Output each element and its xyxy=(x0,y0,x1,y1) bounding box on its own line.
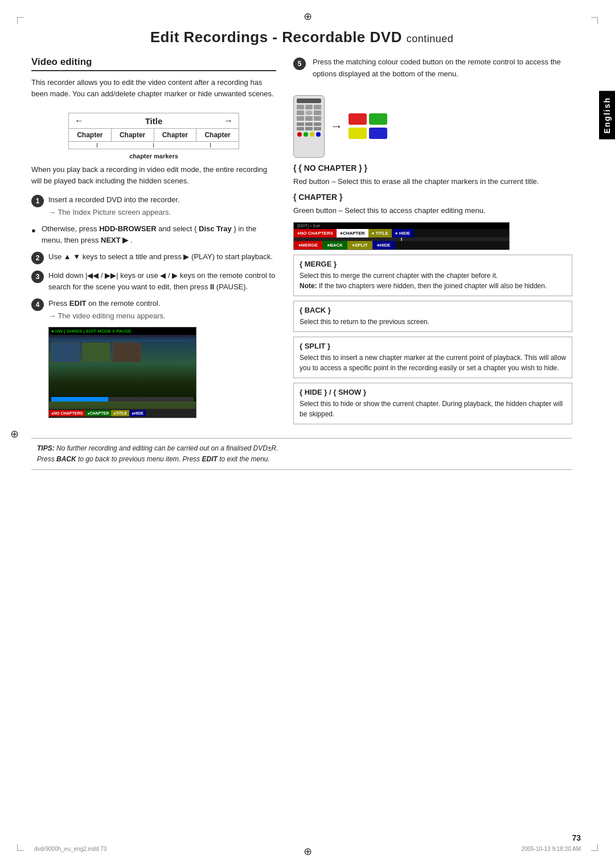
screenshot-top-bar: ● HW | SHREK | EDIT MODE II PAUSE xyxy=(49,327,196,335)
corner-mark-br xyxy=(591,844,598,851)
step-num-3: 3 xyxy=(31,271,44,283)
chapter-tick-3 xyxy=(210,143,211,148)
tips-label: TIPS: xyxy=(37,444,55,452)
screenshot-bottom-bar: ●NO CHAPTERS ●CHAPTER ●TITLE ●HIDE xyxy=(49,409,196,417)
tips-box: TIPS: No further recording and editing c… xyxy=(31,438,572,470)
language-tab: English xyxy=(599,91,615,140)
section-title: Video editing xyxy=(31,56,276,71)
chapter-cell-2: Chapter xyxy=(112,129,154,141)
chapter-desc: Green button – Select this to access cha… xyxy=(293,205,572,216)
cms-nav: ●NO CHAPTERS ●CHAPTER ● TITLE ● HIDE xyxy=(294,229,509,238)
cms-btn-merge: ●MERGE xyxy=(294,241,322,249)
remote-illustration: → xyxy=(293,95,572,158)
screenshot-inner: ● HW | SHREK | EDIT MODE II PAUSE xyxy=(49,327,196,417)
title-arrow-right: → xyxy=(224,116,233,126)
step-num-2: 2 xyxy=(31,252,44,264)
remote-control-image xyxy=(293,95,325,158)
step-bullet-content: Otherwise, press HDD-BROWSER and select … xyxy=(42,223,276,245)
playback-text: When you play back a recording in video … xyxy=(31,164,276,186)
no-chapter-desc: Red button – Select this to erase all th… xyxy=(293,176,572,187)
back-text: Select this to return to the previous sc… xyxy=(300,317,566,327)
step-4-content: Press EDIT on the remote control. → The … xyxy=(48,298,166,321)
yellow-button-display xyxy=(348,128,367,139)
cms-btn-hide: ●HIDE xyxy=(372,241,395,249)
cms-nav-hide: ● HIDE xyxy=(392,229,413,238)
corner-mark-bl xyxy=(17,844,24,851)
split-text: Select this to insert a new chapter mark… xyxy=(300,353,566,373)
footer-date: 2005-10-13 9:18:20 AM xyxy=(521,846,581,852)
cms-btn-back: ●BACK xyxy=(322,241,347,249)
remote-top xyxy=(297,99,321,103)
back-subsection: { BACK } Select this to return to the pr… xyxy=(293,301,572,332)
hide-show-text: Select this to hide or show the current … xyxy=(300,399,566,419)
footer-filename: dvdr9000h_eu_eng2.indd 73 xyxy=(34,846,106,852)
step-num-5: 5 xyxy=(293,58,306,70)
chapter-tick-1 xyxy=(97,143,97,148)
hide-show-subsection: { HIDE } / { SHOW } Select this to hide … xyxy=(293,383,572,424)
title-arrow-left: ← xyxy=(75,116,84,126)
no-chapter-heading: { { NO CHAPTER } } xyxy=(293,163,572,173)
merge-subsection: { MERGE } Select this to merge the curre… xyxy=(293,255,572,296)
chapter-marker-row xyxy=(69,142,239,149)
chapter-cell-3: Chapter xyxy=(154,129,197,141)
registration-mark-left: ⊕ xyxy=(10,428,19,440)
step-1-sub: → The Index Picture screen appears. xyxy=(48,207,180,218)
step-num-4: 4 xyxy=(31,298,44,311)
step-2-content: Use ▲ ▼ keys to select a title and press… xyxy=(48,251,273,263)
step-3: 3 Hold down |◀◀ / ▶▶| keys or use ◀ / ▶ … xyxy=(31,270,276,292)
remote-buttons-grid xyxy=(297,105,321,121)
page-number: 73 xyxy=(572,833,581,842)
step-1-content: Insert a recorded DVD into the recorder.… xyxy=(48,194,180,218)
colored-buttons-display xyxy=(348,113,387,139)
remote-to-buttons-arrow: → xyxy=(330,119,343,134)
merge-title: { MERGE } xyxy=(300,260,566,268)
screenshot-status: ● HW | SHREK | EDIT MODE II PAUSE xyxy=(51,329,132,334)
red-button-display xyxy=(348,113,367,125)
step-4: 4 Press EDIT on the remote control. → Th… xyxy=(31,298,276,321)
cms-exit-label: [EDIT] = Exit xyxy=(297,224,319,228)
left-column: Video editing This recorder allows you t… xyxy=(31,56,276,429)
screenshot-progress xyxy=(51,397,194,402)
chapter-cell-1: Chapter xyxy=(69,129,112,141)
chapter-cell-4: Chapter xyxy=(196,129,239,141)
right-column: 5 Press the matching colour coded button… xyxy=(293,56,572,429)
step-5-text: Press the matching colour coded button o… xyxy=(313,56,572,80)
green-button-display xyxy=(369,113,387,125)
screenshot-btn-title: ●TITLE xyxy=(111,410,129,416)
cms-nav-title: ● TITLE xyxy=(368,229,392,238)
merge-text: Select this to merge the current chapter… xyxy=(300,271,566,291)
screenshot-btn-no-chapters: ●NO CHAPTERS xyxy=(49,410,85,416)
cms-bottom-bar: ●MERGE ●BACK ●SPLIT ●HIDE xyxy=(294,241,509,249)
hide-show-title: { HIDE } / { SHOW } xyxy=(300,388,566,396)
tips-text1: No further recording and editing can be … xyxy=(56,444,278,452)
screenshot-btn-hide: ●HIDE xyxy=(129,410,146,416)
page-title: Edit Recordings - Recordable DVD continu… xyxy=(31,28,572,46)
title-diagram: ← Title → Chapter Chapter Chapter Chapte… xyxy=(31,107,276,159)
edit-mode-screenshot: ● HW | SHREK | EDIT MODE II PAUSE xyxy=(48,327,196,418)
cms-btn-split: ●SPLIT xyxy=(347,241,372,249)
chapter-row: Chapter Chapter Chapter Chapter xyxy=(69,129,239,142)
cms-nav-chapter: ●CHAPTER xyxy=(337,229,368,238)
cms-top-bar: [EDIT] = Exit xyxy=(294,223,509,229)
cms-nav-no-chapters: ●NO CHAPTERS xyxy=(294,229,337,238)
step-4-sub: → The video editing menu appears. xyxy=(48,310,166,322)
blue-button-display xyxy=(369,128,387,139)
intro-text: This recorder allows you to edit the vid… xyxy=(31,77,276,99)
chapter-markers-label: chapter markers xyxy=(31,153,276,159)
split-title: { SPLIT } xyxy=(300,342,566,350)
step-1: 1 Insert a recorded DVD into the recorde… xyxy=(31,194,276,218)
step-3-content: Hold down |◀◀ / ▶▶| keys or use ◀ / ▶ ke… xyxy=(48,270,276,292)
corner-mark-tl xyxy=(17,17,24,24)
step-2: 2 Use ▲ ▼ keys to select a title and pre… xyxy=(31,251,276,264)
chapter-tick-2 xyxy=(153,143,154,148)
chapter-heading: { CHAPTER } xyxy=(293,193,572,202)
progress-fill xyxy=(51,397,108,402)
registration-mark-top: ⊕ xyxy=(304,10,312,23)
registration-mark-bottom: ⊕ xyxy=(304,845,312,858)
split-subsection: { SPLIT } Select this to insert a new ch… xyxy=(293,337,572,378)
back-title: { BACK } xyxy=(300,306,566,314)
screenshot-btn-chapter: ●CHAPTER xyxy=(85,410,111,416)
chapter-menu-screenshot: [EDIT] = Exit ●NO CHAPTERS ●CHAPTER ● TI… xyxy=(293,222,510,250)
step-num-1: 1 xyxy=(31,195,44,207)
diagram-title-label: Title xyxy=(145,116,163,126)
